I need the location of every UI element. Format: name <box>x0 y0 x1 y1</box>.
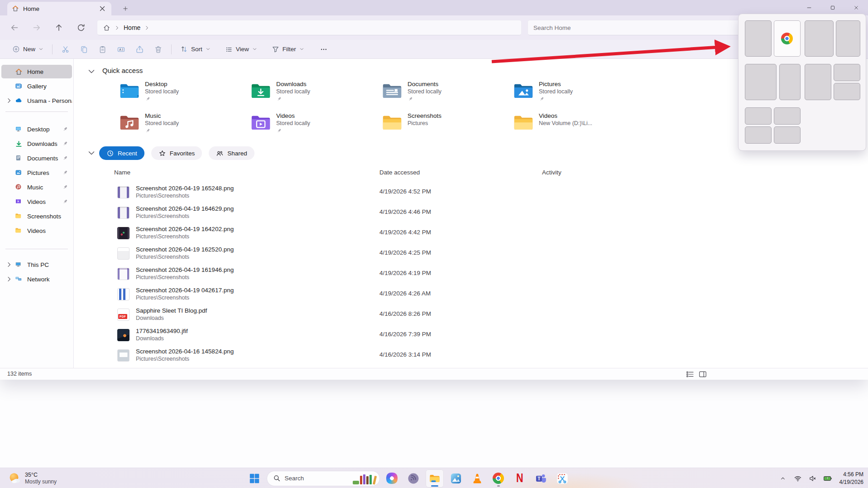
tab-favorites[interactable]: Favorites <box>151 146 202 160</box>
up-button[interactable] <box>51 20 67 35</box>
sidebar-item-network[interactable]: Network <box>1 272 72 286</box>
rename-button[interactable] <box>113 42 129 57</box>
snap-zone[interactable] <box>774 126 801 144</box>
snap-zone[interactable] <box>745 126 772 144</box>
more-options-button[interactable] <box>316 42 332 57</box>
volume-muted-icon[interactable] <box>807 473 819 484</box>
sidebar-item-documents[interactable]: Documents <box>1 151 72 165</box>
taskbar-app-bittorrent[interactable] <box>404 469 422 488</box>
snap-layout-half-plus-stacked[interactable] <box>805 64 860 100</box>
tab-close-icon[interactable] <box>98 4 107 13</box>
delete-button[interactable] <box>150 42 167 57</box>
refresh-button[interactable] <box>73 20 89 35</box>
sidebar-item-desktop[interactable]: Desktop <box>1 122 72 136</box>
maximize-button[interactable] <box>821 0 844 15</box>
details-view-icon[interactable] <box>686 370 695 379</box>
battery-icon[interactable] <box>822 473 834 484</box>
snap-zone-hovered[interactable] <box>774 20 801 57</box>
taskbar-app-photos[interactable] <box>447 469 465 488</box>
large-thumbnails-view-icon[interactable] <box>698 370 707 379</box>
breadcrumb-home[interactable]: Home <box>124 24 140 31</box>
taskbar-app-file-explorer[interactable] <box>426 469 444 488</box>
snap-layout-two-thirds-left[interactable] <box>745 64 801 100</box>
search-box[interactable] <box>528 20 746 35</box>
close-button[interactable] <box>844 0 868 15</box>
taskbar-app-chrome[interactable] <box>489 469 508 488</box>
snap-zone[interactable] <box>834 64 860 81</box>
snap-layout-split-wide-left[interactable] <box>805 20 860 57</box>
taskbar-search[interactable] <box>267 471 380 486</box>
minimize-button[interactable] <box>797 0 821 15</box>
file-row[interactable]: Screenshot 2026-04-19 042617.png Picture… <box>116 284 705 304</box>
file-row[interactable]: Screenshot 2026-04-19 165248.png Picture… <box>116 182 705 203</box>
paste-button[interactable] <box>94 42 111 57</box>
sidebar-item-videos[interactable]: Videos <box>1 195 72 208</box>
filter-button[interactable]: Filter <box>268 43 308 56</box>
file-row[interactable]: Screenshot 2026-04-19 161946.png Picture… <box>116 264 705 284</box>
sort-button[interactable]: Sort <box>176 43 215 56</box>
snap-zone[interactable] <box>745 107 772 125</box>
snap-zone[interactable] <box>745 20 772 57</box>
taskbar-app-teams[interactable]: T <box>532 469 550 488</box>
tab-recent[interactable]: Recent <box>99 146 144 160</box>
sidebar-item-home[interactable]: Home <box>1 65 72 78</box>
column-header-name[interactable]: Name <box>114 169 130 176</box>
snap-zone[interactable] <box>774 107 801 125</box>
wifi-icon[interactable] <box>792 473 804 484</box>
share-button[interactable] <box>131 42 148 57</box>
quick-access-tile-desktop[interactable]: Desktop Stored locally <box>118 80 241 105</box>
file-row[interactable]: 1776341963490.jfif Downloads 4/16/2026 7… <box>116 325 705 345</box>
new-button[interactable]: New <box>8 43 48 56</box>
sidebar-item-videos[interactable]: Videos <box>1 224 72 237</box>
chevron-down-icon[interactable] <box>87 149 96 158</box>
column-header-activity[interactable]: Activity <box>542 169 561 176</box>
taskbar-search-input[interactable] <box>285 475 335 482</box>
sidebar-item-music[interactable]: Music <box>1 180 72 194</box>
chevron-down-icon[interactable] <box>87 67 96 76</box>
snap-zone[interactable] <box>836 20 860 57</box>
copy-button[interactable] <box>76 42 92 57</box>
taskbar-app-netflix[interactable]: N <box>511 469 529 488</box>
quick-access-tile-videos[interactable]: Videos Stored locally <box>249 111 372 137</box>
snap-zone[interactable] <box>805 20 834 57</box>
taskbar-app-copilot[interactable] <box>383 469 401 488</box>
view-button[interactable]: View <box>221 43 261 56</box>
taskbar-app-vlc[interactable] <box>468 469 486 488</box>
quick-access-tile-screenshots[interactable]: Screenshots Pictures <box>380 111 504 137</box>
sidebar-item-usama-personal[interactable]: Usama - Personal <box>1 94 72 107</box>
file-row[interactable]: PDF Sapphire Sleet TI Blog.pdf Downloads… <box>116 304 705 325</box>
quick-access-tile-music[interactable]: Music Stored locally <box>118 111 241 137</box>
chevron-up-icon[interactable] <box>777 473 789 484</box>
sidebar-item-screenshots[interactable]: Screenshots <box>1 209 72 223</box>
snap-zone[interactable] <box>805 64 831 100</box>
search-input[interactable] <box>533 24 740 31</box>
snap-layout-two-halves[interactable] <box>745 20 801 57</box>
file-row[interactable]: Screenshot 2026-04-19 162520.png Picture… <box>116 243 705 264</box>
quick-access-tile-pictures[interactable]: Pictures Stored locally <box>512 80 635 105</box>
chevron-right-icon[interactable] <box>1 97 13 104</box>
tab-shared[interactable]: Shared <box>209 146 254 160</box>
column-header-date-accessed[interactable]: Date accessed <box>379 169 420 176</box>
snap-zone[interactable] <box>779 64 801 100</box>
forward-button[interactable] <box>29 20 44 35</box>
snap-layout-quarters[interactable] <box>745 107 801 144</box>
quick-access-tile-documents[interactable]: Documents Stored locally <box>380 80 504 105</box>
cut-button[interactable] <box>57 42 74 57</box>
new-tab-button[interactable] <box>120 3 131 14</box>
taskbar-app-snipping-tool[interactable] <box>553 469 571 488</box>
back-button[interactable] <box>7 20 22 35</box>
sidebar-item-downloads[interactable]: Downloads <box>1 137 72 150</box>
tab-home[interactable]: Home <box>7 2 111 15</box>
sidebar-item-this-pc[interactable]: This PC <box>1 258 72 271</box>
file-row[interactable]: Screenshot 2026-04-19 164629.png Picture… <box>116 203 705 223</box>
chevron-right-icon[interactable] <box>1 261 13 268</box>
file-row[interactable]: Screenshot 2026-04-16 145824.png Picture… <box>116 345 705 366</box>
file-row[interactable]: Screenshot 2026-04-19 164202.png Picture… <box>116 223 705 243</box>
snap-zone[interactable] <box>745 64 777 100</box>
quick-access-tile-videos[interactable]: Videos New Volume (D:)\Li... <box>512 111 635 137</box>
quick-access-tile-downloads[interactable]: Downloads Stored locally <box>249 80 372 105</box>
snap-zone[interactable] <box>834 83 860 100</box>
clock[interactable]: 4:56 PM 4/19/2026 <box>837 471 863 485</box>
chevron-right-icon[interactable] <box>1 275 13 283</box>
sidebar-item-gallery[interactable]: Gallery <box>1 79 72 93</box>
